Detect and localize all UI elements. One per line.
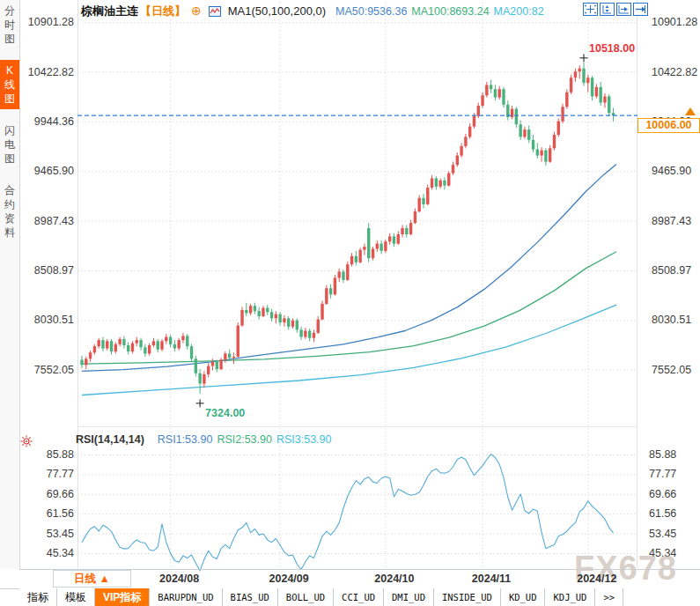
sidebar-tab-char: K — [6, 63, 13, 78]
candle-body — [557, 122, 560, 135]
rsi-line — [82, 454, 614, 571]
candle-body — [257, 311, 260, 316]
bottom-tab-模板[interactable]: 模板 — [57, 588, 95, 606]
candle-body — [291, 321, 294, 327]
crosshair-icon[interactable] — [583, 3, 598, 16]
candle-body — [131, 344, 134, 351]
candle-body — [405, 228, 408, 234]
bottom-tab-BIAS_UD[interactable]: BIAS_UD — [223, 588, 278, 606]
price-up-arrow-icon — [685, 107, 696, 115]
candle-body — [101, 340, 104, 348]
sidebar-tab-char: 图 — [4, 152, 15, 166]
candle-body — [490, 85, 492, 89]
candle-body — [254, 306, 256, 311]
candle-body — [127, 345, 129, 351]
candle-body — [393, 236, 395, 243]
symbol-title: 棕榈油主连 — [81, 4, 138, 19]
candle-body — [334, 277, 336, 294]
candle-body — [266, 308, 269, 313]
candle-body — [570, 78, 572, 92]
bottom-tab-INSIDE_UD[interactable]: INSIDE_UD — [434, 588, 501, 606]
rsi-axis-label: 85.88 — [649, 449, 676, 461]
candle-body — [275, 314, 277, 319]
candle-body — [203, 374, 205, 384]
candle-body — [536, 149, 539, 155]
bottom-tab-BARUPDN_UD[interactable]: BARUPDN_UD — [150, 588, 222, 606]
candle-body — [460, 146, 462, 156]
fit-y-axis-icon[interactable] — [600, 3, 615, 16]
candle-body — [372, 249, 374, 259]
candle-body — [283, 318, 285, 322]
candle-body — [321, 304, 323, 320]
pan-right-icon[interactable] — [633, 3, 648, 16]
candle-body — [447, 174, 450, 186]
candle-body — [473, 116, 475, 127]
indicator-tabs-bar: 指标模板VIP指标BARUPDN_UDBIAS_UDBOLL_UDCCI_UDD… — [19, 588, 700, 606]
candle-body — [228, 353, 231, 358]
candle-body — [561, 107, 564, 121]
price-axis-label: 8508.97 — [652, 265, 691, 277]
bottom-tab-VIP指标[interactable]: VIP指标 — [95, 588, 150, 606]
bottom-tab-KD_UD[interactable]: KD_UD — [501, 588, 546, 606]
month-label: 2024/12 — [577, 573, 616, 585]
add-indicator-icon[interactable]: ⊕ — [191, 5, 202, 17]
sidebar-tab-闪电图[interactable]: 闪电图 — [0, 120, 19, 169]
left-sidebar: 分时图K线图闪电图合约资料 — [0, 0, 20, 569]
candle-body — [438, 181, 441, 187]
sidebar-tab-K线图[interactable]: K线图 — [0, 60, 19, 109]
rsi-axis-label: 53.45 — [649, 528, 676, 540]
candle-body — [494, 89, 497, 97]
candle-body — [136, 340, 138, 344]
candle-body — [89, 352, 92, 358]
candle-body — [595, 87, 598, 97]
sidebar-tab-char: 资 — [4, 211, 15, 225]
candle-body — [498, 89, 501, 97]
candle-body — [435, 178, 438, 186]
candle-body — [278, 314, 281, 322]
candle-body — [431, 178, 433, 188]
candle-body — [240, 310, 243, 326]
sidebar-tab-分时图[interactable]: 分时图 — [0, 0, 19, 49]
ma-settings-label: MA1(50,100,200,0) — [228, 4, 326, 18]
price-axis-label: 10901.28 — [652, 17, 697, 28]
candle-body — [452, 165, 454, 173]
candle-body — [122, 339, 125, 345]
candle-body — [363, 247, 365, 250]
bottom-tab-KDJ_UD[interactable]: KDJ_UD — [545, 588, 595, 606]
candle-body — [422, 198, 424, 204]
sidebar-tab-char: 图 — [4, 92, 15, 106]
candle-body — [532, 140, 534, 150]
chart-toolbar — [583, 3, 648, 16]
candle-body — [160, 341, 163, 349]
rsi-settings-label: RSI(14,14,14) — [76, 433, 144, 446]
rsi-header: RSI(14,14,14) RSI1:53.90RSI2:53.90RSI3:5… — [76, 433, 331, 446]
candle-body — [144, 347, 146, 353]
rsi-settings-icon[interactable] — [20, 435, 33, 447]
candle-body — [527, 129, 530, 140]
ma-value-label: MA50:9536.36 — [335, 5, 407, 18]
bottom-tab-CCI_UD[interactable]: CCI_UD — [334, 588, 384, 606]
fit-x-axis-icon[interactable] — [616, 3, 631, 16]
bottom-tab-BOLL_UD[interactable]: BOLL_UD — [278, 588, 334, 606]
rsi-value-labels: RSI1:53.90RSI2:53.90RSI3:53.90 — [153, 433, 332, 446]
candle-body — [540, 151, 542, 156]
candle-body — [219, 359, 222, 369]
chart-bottom-border — [19, 569, 700, 570]
candle-body — [262, 308, 264, 316]
candle-body — [207, 366, 210, 374]
bottom-tab->>[interactable]: >> — [595, 588, 623, 606]
rsi-axis-label: 61.56 — [649, 508, 676, 520]
sidebar-tab-合约资料[interactable]: 合约资料 — [0, 180, 19, 243]
candle-body — [270, 312, 273, 318]
candle-body — [608, 96, 610, 113]
price-axis-label: 10422.82 — [652, 67, 697, 78]
candle-body — [152, 341, 155, 345]
price-axis-label: 8987.43 — [652, 216, 691, 227]
period-selector-button[interactable]: 日线 ▲ — [53, 570, 131, 588]
price-and-rsi-chart[interactable] — [77, 0, 637, 573]
candle-body — [388, 236, 391, 241]
candle-body — [110, 341, 113, 351]
low-price-label: 7324.00 — [205, 407, 245, 419]
bottom-tab-指标[interactable]: 指标 — [19, 588, 57, 606]
bottom-tab-DMI_UD[interactable]: DMI_UD — [384, 588, 434, 606]
